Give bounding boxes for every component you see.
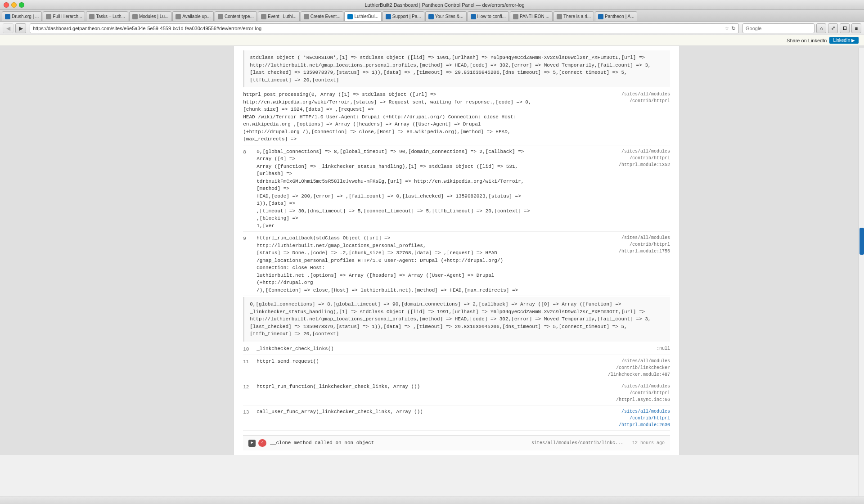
minimize-window-button[interactable] bbox=[11, 2, 17, 8]
stack-fn-12: httprl_run_function(_linkchecker_check_l… bbox=[256, 383, 544, 391]
stack-num-9: 9 bbox=[243, 234, 256, 243]
traffic-lights bbox=[4, 2, 24, 8]
reload-button[interactable]: ↻ bbox=[731, 25, 736, 32]
tab-label-drush: Drush.org | ... bbox=[12, 14, 39, 19]
tab-label-event: Event | Luthi... bbox=[268, 14, 297, 19]
stack-file-12: /sites/all/modules/contrib/httprl/httprl… bbox=[544, 383, 670, 403]
tab-favicon-tasks bbox=[89, 14, 94, 19]
tab-label-tasks: Tasks – Luth... bbox=[96, 14, 125, 19]
stack-file-8: /sites/all/modules/contrib/httprl/httprl… bbox=[544, 148, 670, 168]
tab-label-luthierbuilt: LuthierBui... bbox=[354, 14, 378, 19]
tab-favicon-pantheon-a bbox=[598, 14, 603, 19]
tab-there-is[interactable]: There is a ri... bbox=[554, 11, 594, 21]
tab-pantheon-upper[interactable]: PANTHEON ... bbox=[510, 11, 553, 21]
tab-favicon-pantheon-upper bbox=[513, 14, 518, 19]
error-time: 12 hours ago bbox=[632, 440, 665, 446]
tab-favicon-your-sites bbox=[428, 14, 434, 19]
tab-favicon-create-event bbox=[304, 14, 309, 19]
menu-button[interactable]: ≡ bbox=[851, 23, 861, 33]
stack-fn-11: httprl_send_request() bbox=[256, 358, 544, 365]
stack-code-block-1: stdClass Object ( *RECURSION*,[1] => std… bbox=[243, 50, 670, 87]
stack-row-11: 11 httprl_send_request() /sites/all/modu… bbox=[243, 356, 670, 380]
address-bar-input[interactable] bbox=[33, 26, 723, 31]
tab-label-hierarchy: Full Hierarch... bbox=[53, 14, 82, 19]
stack-num-11: 11 bbox=[243, 358, 256, 366]
error-message: __clone method called on non-object bbox=[270, 439, 531, 447]
home-button[interactable]: ⌂ bbox=[816, 23, 826, 33]
tab-available[interactable]: Available up... bbox=[172, 11, 214, 21]
tab-favicon-modules bbox=[132, 14, 138, 19]
stack-num-10: 10 bbox=[243, 345, 256, 353]
titlebar: LuthierBuilt2 Dashboard | Pantheon Contr… bbox=[0, 0, 864, 10]
stack-fn-9: httprl_run_callback(stdClass Object ([ur… bbox=[256, 234, 544, 294]
tab-label-pantheon-a: Pantheon | A... bbox=[605, 14, 634, 19]
tab-how-to[interactable]: How to confi... bbox=[468, 11, 509, 21]
tab-label-support: Support | Pa... bbox=[392, 14, 421, 19]
tab-label-how-to: How to confi... bbox=[477, 14, 506, 19]
tab-hierarchy[interactable]: Full Hierarch... bbox=[43, 11, 85, 21]
error-path: sites/all/modules/contrib/linkc... bbox=[531, 440, 623, 446]
maximize-window-button[interactable] bbox=[19, 2, 24, 8]
stack-num-12: 12 bbox=[243, 383, 256, 391]
error-expand-button[interactable]: ▶ bbox=[248, 440, 256, 447]
linkedin-button[interactable]: LinkedIn ▶ bbox=[829, 37, 859, 44]
tab-modules[interactable]: Modules | Lu... bbox=[129, 11, 171, 21]
page-body: stdClass Object ( *RECURSION*,[1] => std… bbox=[0, 46, 864, 455]
stack-file-9: /sites/all/modules/contrib/httprl/httprl… bbox=[544, 234, 670, 255]
tab-drush[interactable]: Drush.org | ... bbox=[2, 11, 42, 21]
tab-favicon-support bbox=[386, 14, 391, 19]
stack-file-10: :null bbox=[544, 345, 670, 352]
back-button[interactable]: ◀ bbox=[3, 23, 14, 33]
tab-label-available: Available up... bbox=[182, 14, 211, 19]
tab-favicon-available bbox=[176, 14, 181, 19]
tab-favicon-there-is bbox=[557, 14, 562, 19]
browser-toolbar: ◀ ▶ ☆ ↻ ⌂ ⤢ ⊡ ≡ bbox=[0, 22, 864, 35]
tab-support[interactable]: Support | Pa... bbox=[382, 11, 424, 21]
stack-row-9: 9 httprl_run_callback(stdClass Object ([… bbox=[243, 233, 670, 296]
stack-row-13: 13 call_user_func_array(_linkchecker_che… bbox=[243, 406, 670, 431]
stack-row-post-processing: httprl_post_processing(0, Array ([1] => … bbox=[243, 89, 670, 145]
error-count-badge: 4 bbox=[258, 439, 266, 447]
fullscreen-button[interactable]: ⤢ bbox=[828, 23, 838, 33]
tab-bar: Drush.org | ... Full Hierarch... Tasks –… bbox=[0, 10, 864, 22]
vertical-scrollbar[interactable] bbox=[859, 48, 864, 504]
resize-button[interactable]: ⊡ bbox=[840, 23, 850, 33]
close-window-button[interactable] bbox=[4, 2, 9, 8]
stack-fn-8: 0,[global_connections] => 8,[global_time… bbox=[256, 148, 544, 230]
main-panel: stdClass Object ( *RECURSION*,[1] => std… bbox=[234, 46, 680, 455]
stack-file-post-processing: /sites/all/modules/contrib/httprl bbox=[544, 91, 670, 104]
scrollbar-thumb[interactable] bbox=[860, 228, 864, 255]
stack-num-8: 8 bbox=[243, 148, 256, 156]
tab-label-modules: Modules | Lu... bbox=[139, 14, 168, 19]
tab-pantheon-a[interactable]: Pantheon | A... bbox=[595, 11, 637, 21]
tab-label-create-event: Create Event... bbox=[310, 14, 341, 19]
bookmark-star-icon[interactable]: ☆ bbox=[724, 25, 729, 32]
tab-favicon-luthierbuilt bbox=[347, 14, 353, 19]
stack-code-block-continuation: 0,[global_connections] => 8,[global_time… bbox=[243, 297, 670, 342]
tab-label-content-type: Content type... bbox=[225, 14, 254, 19]
stack-num-13: 13 bbox=[243, 408, 256, 416]
tab-luthierbuilt[interactable]: LuthierBui... bbox=[344, 11, 381, 21]
forward-button[interactable]: ▶ bbox=[15, 23, 26, 33]
tab-favicon-event bbox=[261, 14, 266, 19]
stack-row-8: 8 0,[global_connections] => 8,[global_ti… bbox=[243, 146, 670, 232]
left-sidebar-space bbox=[0, 46, 49, 455]
tab-content-type[interactable]: Content type... bbox=[215, 11, 257, 21]
tab-create-event[interactable]: Create Event... bbox=[301, 11, 344, 21]
tab-favicon-content-type bbox=[218, 14, 223, 19]
tab-label-there-is: There is a ri... bbox=[563, 14, 591, 19]
error-log-container: stdClass Object ( *RECURSION*,[1] => std… bbox=[234, 46, 679, 455]
search-input[interactable] bbox=[742, 23, 814, 33]
address-bar-container: ☆ ↻ bbox=[30, 23, 739, 33]
stack-file-link-13[interactable]: /sites/all/modules/contrib/httprl/httprl… bbox=[619, 409, 670, 428]
stack-row-12: 12 httprl_run_function(_linkchecker_chec… bbox=[243, 381, 670, 405]
stack-row-10: 10 _linkchecker_check_links() :null bbox=[243, 343, 670, 356]
tab-your-sites[interactable]: Your Sites &... bbox=[425, 11, 467, 21]
info-bar: Share on LinkedIn LinkedIn ▶ bbox=[0, 35, 864, 46]
tab-tasks[interactable]: Tasks – Luth... bbox=[86, 11, 128, 21]
window-title: LuthierBuilt2 Dashboard | Pantheon Contr… bbox=[29, 2, 860, 8]
stack-file-13: /sites/all/modules/contrib/httprl/httprl… bbox=[544, 408, 670, 428]
tab-event[interactable]: Event | Luthi... bbox=[258, 11, 300, 21]
share-text: Share on LinkedIn bbox=[787, 38, 827, 43]
tab-label-your-sites: Your Sites &... bbox=[435, 14, 464, 19]
